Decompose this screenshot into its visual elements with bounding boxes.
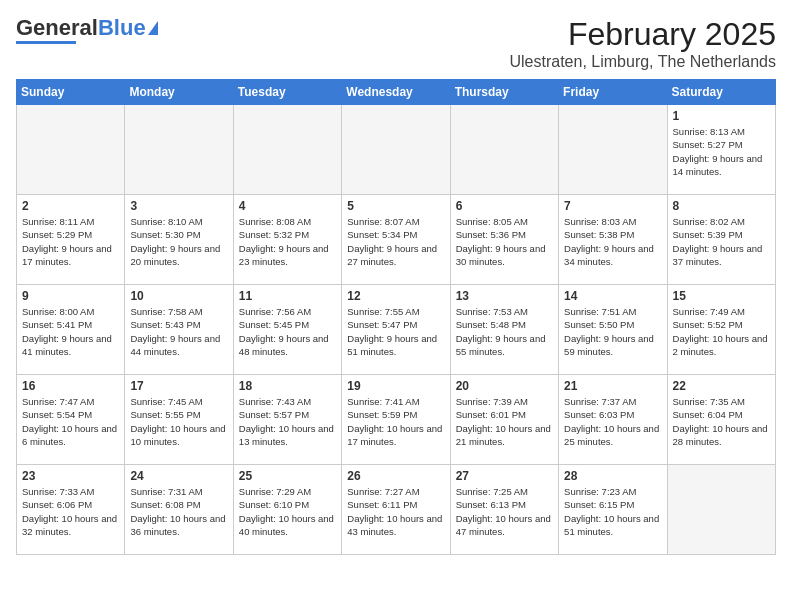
day-info: Sunrise: 8:11 AM Sunset: 5:29 PM Dayligh… bbox=[22, 215, 119, 268]
calendar-cell bbox=[17, 105, 125, 195]
month-year-title: February 2025 bbox=[509, 16, 776, 53]
day-number: 5 bbox=[347, 199, 444, 213]
logo-underline bbox=[16, 41, 76, 44]
calendar-cell: 27Sunrise: 7:25 AM Sunset: 6:13 PM Dayli… bbox=[450, 465, 558, 555]
calendar-cell bbox=[125, 105, 233, 195]
calendar-cell: 17Sunrise: 7:45 AM Sunset: 5:55 PM Dayli… bbox=[125, 375, 233, 465]
day-number: 11 bbox=[239, 289, 336, 303]
calendar-cell: 1Sunrise: 8:13 AM Sunset: 5:27 PM Daylig… bbox=[667, 105, 775, 195]
day-info: Sunrise: 7:27 AM Sunset: 6:11 PM Dayligh… bbox=[347, 485, 444, 538]
day-info: Sunrise: 7:49 AM Sunset: 5:52 PM Dayligh… bbox=[673, 305, 770, 358]
calendar-cell bbox=[233, 105, 341, 195]
day-info: Sunrise: 8:00 AM Sunset: 5:41 PM Dayligh… bbox=[22, 305, 119, 358]
day-info: Sunrise: 7:58 AM Sunset: 5:43 PM Dayligh… bbox=[130, 305, 227, 358]
day-number: 19 bbox=[347, 379, 444, 393]
calendar-cell: 19Sunrise: 7:41 AM Sunset: 5:59 PM Dayli… bbox=[342, 375, 450, 465]
calendar-cell: 16Sunrise: 7:47 AM Sunset: 5:54 PM Dayli… bbox=[17, 375, 125, 465]
day-number: 28 bbox=[564, 469, 661, 483]
logo-text: GeneralBlue bbox=[16, 16, 146, 40]
logo-triangle-icon bbox=[148, 21, 158, 35]
calendar-cell: 8Sunrise: 8:02 AM Sunset: 5:39 PM Daylig… bbox=[667, 195, 775, 285]
day-info: Sunrise: 7:47 AM Sunset: 5:54 PM Dayligh… bbox=[22, 395, 119, 448]
calendar-cell: 23Sunrise: 7:33 AM Sunset: 6:06 PM Dayli… bbox=[17, 465, 125, 555]
day-number: 18 bbox=[239, 379, 336, 393]
day-number: 12 bbox=[347, 289, 444, 303]
day-number: 1 bbox=[673, 109, 770, 123]
day-info: Sunrise: 8:07 AM Sunset: 5:34 PM Dayligh… bbox=[347, 215, 444, 268]
calendar-cell bbox=[559, 105, 667, 195]
day-info: Sunrise: 8:05 AM Sunset: 5:36 PM Dayligh… bbox=[456, 215, 553, 268]
calendar-cell: 7Sunrise: 8:03 AM Sunset: 5:38 PM Daylig… bbox=[559, 195, 667, 285]
day-info: Sunrise: 7:43 AM Sunset: 5:57 PM Dayligh… bbox=[239, 395, 336, 448]
day-number: 22 bbox=[673, 379, 770, 393]
day-number: 10 bbox=[130, 289, 227, 303]
weekday-header-saturday: Saturday bbox=[667, 80, 775, 105]
weekday-header-thursday: Thursday bbox=[450, 80, 558, 105]
day-number: 24 bbox=[130, 469, 227, 483]
location-subtitle: Ulestraten, Limburg, The Netherlands bbox=[509, 53, 776, 71]
calendar-cell: 11Sunrise: 7:56 AM Sunset: 5:45 PM Dayli… bbox=[233, 285, 341, 375]
calendar-cell: 28Sunrise: 7:23 AM Sunset: 6:15 PM Dayli… bbox=[559, 465, 667, 555]
title-area: February 2025 Ulestraten, Limburg, The N… bbox=[509, 16, 776, 71]
calendar-cell: 2Sunrise: 8:11 AM Sunset: 5:29 PM Daylig… bbox=[17, 195, 125, 285]
calendar-cell: 21Sunrise: 7:37 AM Sunset: 6:03 PM Dayli… bbox=[559, 375, 667, 465]
calendar-cell: 9Sunrise: 8:00 AM Sunset: 5:41 PM Daylig… bbox=[17, 285, 125, 375]
calendar-cell: 13Sunrise: 7:53 AM Sunset: 5:48 PM Dayli… bbox=[450, 285, 558, 375]
day-number: 4 bbox=[239, 199, 336, 213]
day-info: Sunrise: 7:55 AM Sunset: 5:47 PM Dayligh… bbox=[347, 305, 444, 358]
logo: GeneralBlue bbox=[16, 16, 158, 44]
calendar-cell: 25Sunrise: 7:29 AM Sunset: 6:10 PM Dayli… bbox=[233, 465, 341, 555]
day-number: 21 bbox=[564, 379, 661, 393]
calendar-cell: 15Sunrise: 7:49 AM Sunset: 5:52 PM Dayli… bbox=[667, 285, 775, 375]
day-info: Sunrise: 7:37 AM Sunset: 6:03 PM Dayligh… bbox=[564, 395, 661, 448]
calendar-body: 1Sunrise: 8:13 AM Sunset: 5:27 PM Daylig… bbox=[17, 105, 776, 555]
calendar-header: SundayMondayTuesdayWednesdayThursdayFrid… bbox=[17, 80, 776, 105]
day-number: 15 bbox=[673, 289, 770, 303]
calendar-week-4: 23Sunrise: 7:33 AM Sunset: 6:06 PM Dayli… bbox=[17, 465, 776, 555]
day-number: 14 bbox=[564, 289, 661, 303]
calendar-cell: 20Sunrise: 7:39 AM Sunset: 6:01 PM Dayli… bbox=[450, 375, 558, 465]
day-number: 6 bbox=[456, 199, 553, 213]
calendar-cell: 3Sunrise: 8:10 AM Sunset: 5:30 PM Daylig… bbox=[125, 195, 233, 285]
day-info: Sunrise: 8:13 AM Sunset: 5:27 PM Dayligh… bbox=[673, 125, 770, 178]
day-number: 16 bbox=[22, 379, 119, 393]
calendar-week-2: 9Sunrise: 8:00 AM Sunset: 5:41 PM Daylig… bbox=[17, 285, 776, 375]
calendar-cell bbox=[342, 105, 450, 195]
weekday-header-sunday: Sunday bbox=[17, 80, 125, 105]
header: GeneralBlue February 2025 Ulestraten, Li… bbox=[16, 16, 776, 71]
day-info: Sunrise: 8:10 AM Sunset: 5:30 PM Dayligh… bbox=[130, 215, 227, 268]
day-number: 23 bbox=[22, 469, 119, 483]
day-number: 26 bbox=[347, 469, 444, 483]
day-number: 27 bbox=[456, 469, 553, 483]
calendar-cell: 22Sunrise: 7:35 AM Sunset: 6:04 PM Dayli… bbox=[667, 375, 775, 465]
day-info: Sunrise: 7:51 AM Sunset: 5:50 PM Dayligh… bbox=[564, 305, 661, 358]
day-info: Sunrise: 7:31 AM Sunset: 6:08 PM Dayligh… bbox=[130, 485, 227, 538]
calendar-cell: 14Sunrise: 7:51 AM Sunset: 5:50 PM Dayli… bbox=[559, 285, 667, 375]
day-number: 3 bbox=[130, 199, 227, 213]
day-info: Sunrise: 8:08 AM Sunset: 5:32 PM Dayligh… bbox=[239, 215, 336, 268]
calendar-cell: 4Sunrise: 8:08 AM Sunset: 5:32 PM Daylig… bbox=[233, 195, 341, 285]
day-number: 20 bbox=[456, 379, 553, 393]
day-number: 2 bbox=[22, 199, 119, 213]
calendar-cell: 10Sunrise: 7:58 AM Sunset: 5:43 PM Dayli… bbox=[125, 285, 233, 375]
calendar-cell: 12Sunrise: 7:55 AM Sunset: 5:47 PM Dayli… bbox=[342, 285, 450, 375]
calendar-cell: 26Sunrise: 7:27 AM Sunset: 6:11 PM Dayli… bbox=[342, 465, 450, 555]
calendar-cell: 5Sunrise: 8:07 AM Sunset: 5:34 PM Daylig… bbox=[342, 195, 450, 285]
day-info: Sunrise: 7:33 AM Sunset: 6:06 PM Dayligh… bbox=[22, 485, 119, 538]
weekday-header-wednesday: Wednesday bbox=[342, 80, 450, 105]
day-number: 13 bbox=[456, 289, 553, 303]
calendar-cell: 6Sunrise: 8:05 AM Sunset: 5:36 PM Daylig… bbox=[450, 195, 558, 285]
day-info: Sunrise: 7:41 AM Sunset: 5:59 PM Dayligh… bbox=[347, 395, 444, 448]
calendar-table: SundayMondayTuesdayWednesdayThursdayFrid… bbox=[16, 79, 776, 555]
day-number: 8 bbox=[673, 199, 770, 213]
day-info: Sunrise: 7:39 AM Sunset: 6:01 PM Dayligh… bbox=[456, 395, 553, 448]
day-info: Sunrise: 8:03 AM Sunset: 5:38 PM Dayligh… bbox=[564, 215, 661, 268]
day-info: Sunrise: 7:25 AM Sunset: 6:13 PM Dayligh… bbox=[456, 485, 553, 538]
calendar-week-3: 16Sunrise: 7:47 AM Sunset: 5:54 PM Dayli… bbox=[17, 375, 776, 465]
day-info: Sunrise: 7:56 AM Sunset: 5:45 PM Dayligh… bbox=[239, 305, 336, 358]
day-number: 7 bbox=[564, 199, 661, 213]
weekday-header-friday: Friday bbox=[559, 80, 667, 105]
weekday-header-monday: Monday bbox=[125, 80, 233, 105]
day-number: 9 bbox=[22, 289, 119, 303]
calendar-cell: 18Sunrise: 7:43 AM Sunset: 5:57 PM Dayli… bbox=[233, 375, 341, 465]
